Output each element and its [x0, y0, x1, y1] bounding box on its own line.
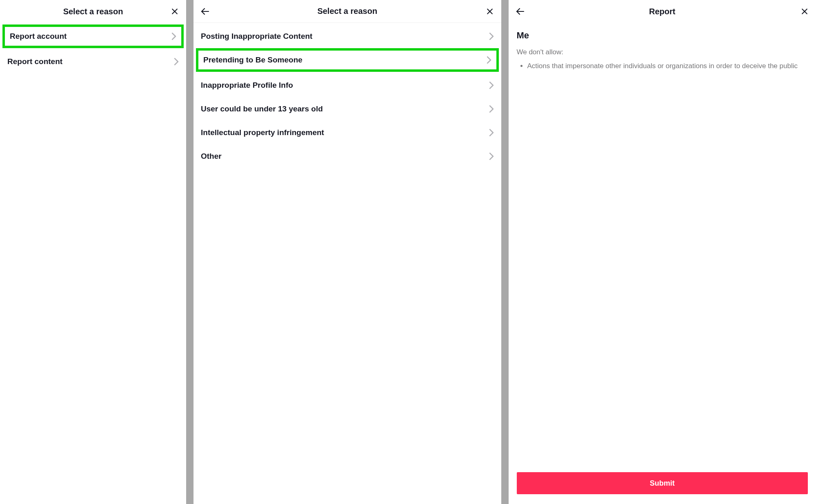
reason-list: Report account Report content	[0, 23, 186, 73]
panel-report: Report Me We don't allow: Actions that i…	[509, 0, 816, 504]
close-icon	[486, 7, 494, 16]
header-title: Report	[649, 7, 675, 16]
footer: Submit	[509, 472, 816, 504]
header: Select a reason	[193, 0, 501, 23]
chevron-right-icon	[489, 153, 494, 160]
row-label: Report content	[7, 57, 62, 66]
reason-list: Posting Inappropriate Content Pretending…	[193, 23, 501, 168]
disallow-list: Actions that impersonate other individua…	[517, 61, 808, 71]
row-pretending[interactable]: Pretending to Be Someone	[196, 48, 499, 72]
chevron-right-icon	[487, 56, 491, 64]
chevron-right-icon	[489, 33, 494, 40]
chevron-right-icon	[489, 82, 494, 89]
report-content: Me We don't allow: Actions that imperson…	[509, 23, 816, 79]
header: Select a reason	[0, 0, 186, 23]
row-posting-inappropriate[interactable]: Posting Inappropriate Content	[193, 24, 501, 48]
panel-select-reason-1: Select a reason Report account Report co…	[0, 0, 186, 504]
back-button[interactable]	[514, 6, 526, 17]
row-label: Other	[201, 152, 222, 161]
header-title: Select a reason	[63, 7, 123, 16]
submit-button[interactable]: Submit	[517, 472, 808, 494]
row-report-content[interactable]: Report content	[0, 50, 186, 73]
close-button[interactable]	[799, 6, 810, 17]
close-icon	[800, 7, 809, 16]
close-button[interactable]	[169, 6, 180, 17]
arrow-left-icon	[515, 7, 525, 16]
row-ip-infringement[interactable]: Intellectual property infringement	[193, 121, 501, 144]
section-title: Me	[517, 30, 808, 41]
disallow-label: We don't allow:	[517, 48, 808, 56]
row-under-13[interactable]: User could be under 13 years old	[193, 97, 501, 121]
chevron-right-icon	[174, 58, 179, 65]
chevron-right-icon	[171, 33, 176, 40]
row-label: Pretending to Be Someone	[203, 56, 302, 64]
chevron-right-icon	[489, 129, 494, 136]
row-label: Inappropriate Profile Info	[201, 81, 293, 90]
row-label: Intellectual property infringement	[201, 128, 324, 137]
row-profile-info[interactable]: Inappropriate Profile Info	[193, 73, 501, 97]
close-button[interactable]	[484, 6, 496, 17]
row-label: Posting Inappropriate Content	[201, 32, 312, 41]
row-report-account[interactable]: Report account	[2, 24, 184, 48]
panel-select-reason-2: Select a reason Posting Inappropriate Co…	[193, 0, 501, 504]
disallow-bullet: Actions that impersonate other individua…	[527, 61, 808, 71]
header: Report	[509, 0, 816, 23]
chevron-right-icon	[489, 105, 494, 113]
row-other[interactable]: Other	[193, 144, 501, 168]
arrow-left-icon	[200, 7, 210, 16]
row-label: User could be under 13 years old	[201, 104, 323, 113]
header-title: Select a reason	[317, 7, 377, 16]
back-button[interactable]	[199, 6, 211, 17]
row-label: Report account	[10, 32, 67, 41]
close-icon	[171, 7, 179, 16]
